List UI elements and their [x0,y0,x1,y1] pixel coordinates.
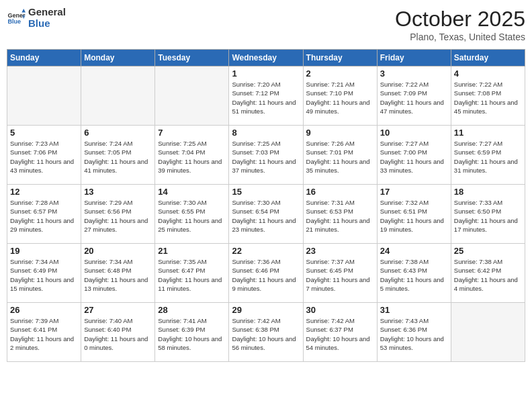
day-info: Sunrise: 7:25 AMSunset: 7:04 PMDaylight:… [158,139,226,175]
day-cell: 18Sunrise: 7:33 AMSunset: 6:50 PMDayligh… [451,185,525,244]
day-cell: 19Sunrise: 7:34 AMSunset: 6:49 PMDayligh… [7,244,81,303]
logo-icon: General Blue [7,9,26,28]
day-number: 19 [10,246,78,256]
day-cell: 10Sunrise: 7:27 AMSunset: 7:00 PMDayligh… [377,126,451,185]
day-number: 27 [84,305,152,315]
day-number: 23 [306,246,374,256]
day-cell: 25Sunrise: 7:38 AMSunset: 6:42 PMDayligh… [451,244,525,303]
day-info: Sunrise: 7:27 AMSunset: 7:00 PMDaylight:… [380,139,448,175]
day-info: Sunrise: 7:38 AMSunset: 6:42 PMDaylight:… [454,257,522,293]
weekday-friday: Friday [377,50,451,66]
day-cell [7,66,81,126]
day-number: 31 [380,305,448,315]
day-cell: 7Sunrise: 7:25 AMSunset: 7:04 PMDaylight… [155,126,229,185]
day-info: Sunrise: 7:39 AMSunset: 6:41 PMDaylight:… [10,316,78,352]
day-number: 1 [232,68,300,79]
day-info: Sunrise: 7:29 AMSunset: 6:56 PMDaylight:… [84,198,152,234]
day-cell: 9Sunrise: 7:26 AMSunset: 7:01 PMDaylight… [303,126,377,185]
day-cell [155,66,229,126]
svg-marker-2 [21,9,26,13]
day-cell: 12Sunrise: 7:28 AMSunset: 6:57 PMDayligh… [7,185,81,244]
day-number: 4 [454,68,522,79]
day-number: 5 [10,128,78,138]
calendar-body: 1Sunrise: 7:20 AMSunset: 7:12 PMDaylight… [7,66,525,362]
day-number: 13 [84,187,152,197]
day-number: 30 [306,305,374,315]
svg-text:Blue: Blue [7,18,21,25]
day-number: 14 [158,187,226,197]
day-number: 8 [232,128,300,138]
title-block: October 2025 Plano, Texas, United States [395,7,525,42]
day-cell: 29Sunrise: 7:42 AMSunset: 6:38 PMDayligh… [229,303,303,362]
week-row-5: 26Sunrise: 7:39 AMSunset: 6:41 PMDayligh… [7,303,525,362]
day-number: 7 [158,128,226,138]
day-number: 16 [306,187,374,197]
day-cell: 16Sunrise: 7:31 AMSunset: 6:53 PMDayligh… [303,185,377,244]
month-title: October 2025 [395,7,525,32]
day-info: Sunrise: 7:28 AMSunset: 6:57 PMDaylight:… [10,198,78,234]
day-cell: 26Sunrise: 7:39 AMSunset: 6:41 PMDayligh… [7,303,81,362]
weekday-sunday: Sunday [7,50,81,66]
day-number: 24 [380,246,448,256]
day-cell: 23Sunrise: 7:37 AMSunset: 6:45 PMDayligh… [303,244,377,303]
day-info: Sunrise: 7:35 AMSunset: 6:47 PMDaylight:… [158,257,226,293]
day-cell: 6Sunrise: 7:24 AMSunset: 7:05 PMDaylight… [81,126,155,185]
day-info: Sunrise: 7:21 AMSunset: 7:10 PMDaylight:… [306,80,374,116]
day-cell [81,66,155,126]
day-info: Sunrise: 7:41 AMSunset: 6:39 PMDaylight:… [158,316,226,352]
day-cell: 3Sunrise: 7:22 AMSunset: 7:09 PMDaylight… [377,66,451,126]
day-cell: 21Sunrise: 7:35 AMSunset: 6:47 PMDayligh… [155,244,229,303]
day-info: Sunrise: 7:36 AMSunset: 6:46 PMDaylight:… [232,257,300,293]
day-cell: 20Sunrise: 7:34 AMSunset: 6:48 PMDayligh… [81,244,155,303]
day-cell: 24Sunrise: 7:38 AMSunset: 6:43 PMDayligh… [377,244,451,303]
day-info: Sunrise: 7:26 AMSunset: 7:01 PMDaylight:… [306,139,374,175]
day-cell: 15Sunrise: 7:30 AMSunset: 6:54 PMDayligh… [229,185,303,244]
day-info: Sunrise: 7:24 AMSunset: 7:05 PMDaylight:… [84,139,152,175]
day-number: 25 [454,246,522,256]
day-cell: 28Sunrise: 7:41 AMSunset: 6:39 PMDayligh… [155,303,229,362]
day-number: 17 [380,187,448,197]
day-number: 22 [232,246,300,256]
day-cell: 11Sunrise: 7:27 AMSunset: 6:59 PMDayligh… [451,126,525,185]
day-info: Sunrise: 7:42 AMSunset: 6:37 PMDaylight:… [306,316,374,352]
day-cell: 4Sunrise: 7:22 AMSunset: 7:08 PMDaylight… [451,66,525,126]
day-info: Sunrise: 7:38 AMSunset: 6:43 PMDaylight:… [380,257,448,293]
day-cell: 2Sunrise: 7:21 AMSunset: 7:10 PMDaylight… [303,66,377,126]
day-cell: 5Sunrise: 7:23 AMSunset: 7:06 PMDaylight… [7,126,81,185]
day-number: 10 [380,128,448,138]
week-row-4: 19Sunrise: 7:34 AMSunset: 6:49 PMDayligh… [7,244,525,303]
week-row-2: 5Sunrise: 7:23 AMSunset: 7:06 PMDaylight… [7,126,525,185]
weekday-saturday: Saturday [451,50,525,66]
day-info: Sunrise: 7:23 AMSunset: 7:06 PMDaylight:… [10,139,78,175]
day-info: Sunrise: 7:32 AMSunset: 6:51 PMDaylight:… [380,198,448,234]
day-info: Sunrise: 7:34 AMSunset: 6:48 PMDaylight:… [84,257,152,293]
day-cell: 22Sunrise: 7:36 AMSunset: 6:46 PMDayligh… [229,244,303,303]
weekday-tuesday: Tuesday [155,50,229,66]
weekday-thursday: Thursday [303,50,377,66]
day-number: 20 [84,246,152,256]
day-info: Sunrise: 7:37 AMSunset: 6:45 PMDaylight:… [306,257,374,293]
svg-text:General: General [7,11,26,18]
day-number: 11 [454,128,522,138]
day-info: Sunrise: 7:42 AMSunset: 6:38 PMDaylight:… [232,316,300,352]
logo: General Blue General Blue [7,7,66,29]
day-cell [451,303,525,362]
day-info: Sunrise: 7:22 AMSunset: 7:09 PMDaylight:… [380,80,448,116]
weekday-wednesday: Wednesday [229,50,303,66]
day-info: Sunrise: 7:25 AMSunset: 7:03 PMDaylight:… [232,139,300,175]
location: Plano, Texas, United States [395,32,525,42]
day-cell: 14Sunrise: 7:30 AMSunset: 6:55 PMDayligh… [155,185,229,244]
weekday-monday: Monday [81,50,155,66]
day-number: 12 [10,187,78,197]
day-info: Sunrise: 7:31 AMSunset: 6:53 PMDaylight:… [306,198,374,234]
day-cell: 8Sunrise: 7:25 AMSunset: 7:03 PMDaylight… [229,126,303,185]
day-cell: 27Sunrise: 7:40 AMSunset: 6:40 PMDayligh… [81,303,155,362]
day-info: Sunrise: 7:27 AMSunset: 6:59 PMDaylight:… [454,139,522,175]
day-cell: 1Sunrise: 7:20 AMSunset: 7:12 PMDaylight… [229,66,303,126]
day-number: 21 [158,246,226,256]
day-info: Sunrise: 7:40 AMSunset: 6:40 PMDaylight:… [84,316,152,352]
day-cell: 31Sunrise: 7:43 AMSunset: 6:36 PMDayligh… [377,303,451,362]
day-number: 2 [306,68,374,79]
day-number: 15 [232,187,300,197]
day-info: Sunrise: 7:34 AMSunset: 6:49 PMDaylight:… [10,257,78,293]
